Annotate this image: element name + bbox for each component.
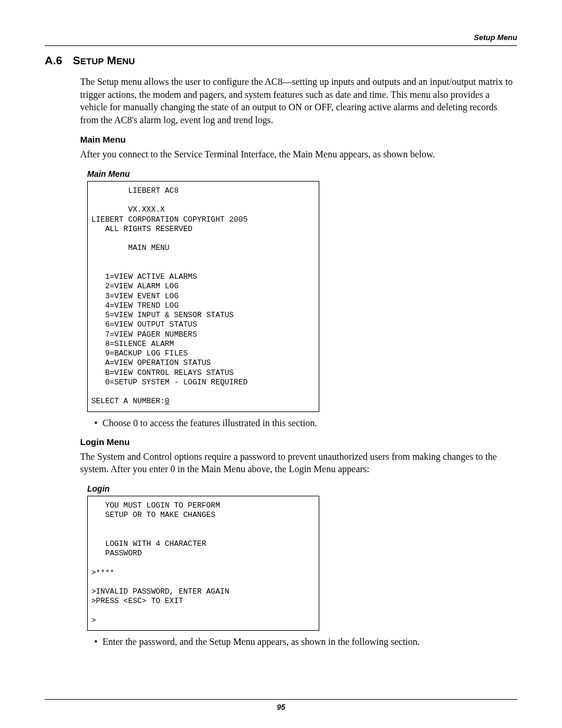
bullet-text: Choose 0 to access the features illustra… <box>103 418 317 428</box>
login-menu-description: The System and Control options require a… <box>80 450 517 476</box>
section-number: A.6 <box>45 54 62 67</box>
bullet-text: Enter the password, and the Setup Menu a… <box>103 637 420 647</box>
page-number: 95 <box>0 703 562 711</box>
document-page: Setup Menu A.6SETUP MENU The Setup menu … <box>0 0 562 728</box>
running-header: Setup Menu <box>45 33 517 42</box>
main-menu-heading: Main Menu <box>80 134 517 144</box>
bullet-enter-password: •Enter the password, and the Setup Menu … <box>94 637 517 647</box>
section-heading: A.6SETUP MENU <box>45 54 517 67</box>
terminal-login: YOU MUST LOGIN TO PERFORM SETUP OR TO MA… <box>87 496 319 631</box>
main-menu-description: After you connect to the Service Termina… <box>80 148 517 161</box>
intro-paragraph: The Setup menu allows the user to config… <box>80 75 517 126</box>
terminal-main-menu: LIEBERT AC8 VX.XXX.X LIEBERT CORPORATION… <box>87 181 319 412</box>
bullet-dot-icon: • <box>94 637 103 647</box>
bullet-choose-zero: •Choose 0 to access the features illustr… <box>94 418 517 429</box>
bullet-dot-icon: • <box>94 418 103 429</box>
top-rule <box>45 45 517 46</box>
login-menu-heading: Login Menu <box>80 437 517 447</box>
bottom-rule <box>45 699 517 700</box>
section-title-text: SETUP MENU <box>73 54 135 67</box>
main-menu-box-title: Main Menu <box>87 169 517 179</box>
login-box-title: Login <box>87 484 517 493</box>
